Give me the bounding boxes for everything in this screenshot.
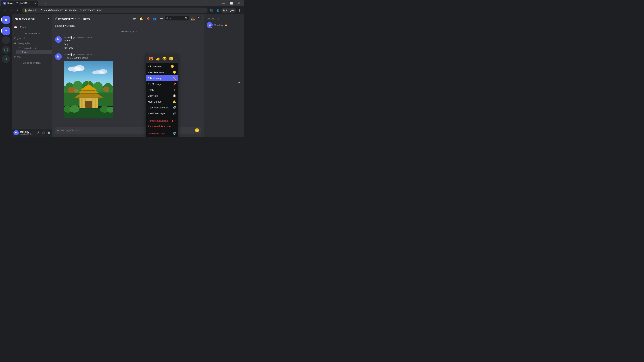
quick-emoji-3[interactable]: 😆 — [161, 56, 167, 62]
text-category-chevron-icon: ▾ — [14, 32, 14, 34]
ctx-remove-reactions[interactable]: Remove Reactions ▶ › — [146, 118, 178, 124]
channel-item-chat[interactable]: # chat — [13, 54, 52, 59]
events-item[interactable]: 📅 1 Event — [13, 24, 52, 30]
channel-name-chat: chat — [17, 56, 21, 58]
browser-toolbar: ← → ↻ 🔒 discord.com/channels/11823468517… — [0, 6, 244, 14]
active-tab[interactable]: D Discord | "Photos" | Moodjoy's s... ✕ — [1, 0, 38, 6]
more-button[interactable]: ••• — [158, 16, 164, 22]
user-avatar: M — [14, 130, 19, 135]
maximize-button[interactable]: ⬜ — [228, 0, 235, 6]
add-voice-channel-button[interactable]: + — [50, 61, 51, 64]
new-tab-button[interactable]: + — [39, 1, 44, 5]
ctx-mark-unread[interactable]: Mark Unread 🔔 — [146, 99, 178, 105]
help-button[interactable]: ? — [196, 16, 201, 20]
thread-item-1[interactable]: ⎇ This is a thread! — [16, 46, 52, 50]
quick-emoji-1[interactable]: 😍 — [148, 56, 154, 62]
offline-status-dot — [211, 26, 213, 28]
ctx-remove-all-reactions[interactable]: Remove All Reactions — [146, 124, 178, 129]
minimize-button[interactable]: — — [220, 0, 228, 6]
ctx-mark-unread-icon: 🔔 — [173, 100, 176, 103]
ctx-edit-message-icon: ✏️ — [173, 77, 176, 80]
close-button[interactable]: ✕ — [235, 0, 243, 6]
quick-emoji-2[interactable]: 👍 — [155, 56, 161, 62]
hash-breadcrumb-icon: # — [55, 17, 57, 21]
search-box[interactable]: 🔍 — [165, 16, 189, 20]
ctx-pin-message-icon: 📌 — [173, 82, 176, 86]
extension-button[interactable]: ⬛ — [209, 8, 214, 13]
pin-button[interactable]: 📌 — [145, 16, 151, 22]
context-menu-body: Add Reaction 😊 › View Reactions 🙂 Edit M… — [146, 63, 178, 137]
voice-category-chevron-icon: ▾ — [14, 62, 14, 64]
bell-button[interactable]: 🔔 — [138, 16, 144, 22]
incognito-label: Incognito — [226, 9, 234, 11]
members-button[interactable]: 👥 — [152, 16, 158, 22]
tab-overflow-button[interactable]: ⌄ — [44, 2, 46, 4]
server-icon-moodjoy[interactable]: M — [2, 27, 10, 35]
attach-button[interactable]: + — [57, 128, 59, 133]
ctx-pin-message-label: Pin Message — [148, 83, 172, 85]
menu-button[interactable]: ⋮ — [237, 8, 242, 13]
temple-image-svg — [64, 61, 113, 118]
context-menu: 😍 👍 😆 😑 Add Reaction 😊 › View Reactions … — [146, 54, 178, 137]
thread-name-photos: Photos — [22, 51, 28, 53]
ctx-pin-message[interactable]: Pin Message 📌 — [146, 81, 178, 87]
hash-icon-chat: # — [14, 55, 16, 59]
server-header[interactable]: Moodjoy's server ▼ — [12, 14, 52, 23]
message-image — [64, 61, 113, 118]
server-list: ◆ M + ⬇ — [0, 14, 12, 137]
member-item-moodjoy[interactable]: M Moodjoy 👑 — [205, 21, 243, 29]
started-by-text: Started by Moodjoy — [55, 23, 201, 28]
chat-area: # photography › Photos 🔔 � — [52, 14, 204, 137]
ctx-edit-message[interactable]: Edit Message ✏️ — [146, 75, 178, 81]
home-button[interactable]: ◆ — [2, 16, 10, 24]
message-author-1: Moodjoy — [64, 36, 75, 39]
ctx-speak[interactable]: Speak Message 🔊 — [146, 110, 178, 116]
emoji-button[interactable]: 🙂 — [195, 128, 199, 133]
profile-button[interactable]: 👤 — [215, 8, 220, 13]
refresh-button[interactable]: ↻ — [16, 8, 21, 13]
ctx-copy-link[interactable]: Copy Message Link 🔗 — [146, 105, 178, 110]
tab-title: Discord | "Photos" | Moodjoy's s... — [8, 2, 32, 4]
add-server-button[interactable]: + — [2, 36, 10, 44]
server-avatar-image: M — [2, 27, 10, 35]
channel-item-general[interactable]: # general — [13, 36, 52, 40]
ctx-copy-text[interactable]: Copy Text 📋 — [146, 93, 178, 99]
download-button[interactable]: ⬇ — [2, 55, 10, 63]
inbox-button[interactable]: 📥 — [190, 16, 196, 22]
thread-branch-icon: ⎇ — [18, 46, 20, 50]
svg-rect-24 — [81, 98, 82, 108]
svg-point-33 — [70, 105, 80, 113]
tab-close-button[interactable]: ✕ — [34, 2, 36, 4]
svg-rect-27 — [95, 98, 96, 108]
voice-channels-category[interactable]: ▾ VOICE CHANNELS + — [12, 61, 52, 65]
text-channels-category[interactable]: ▾ TEXT CHANNELS + — [12, 31, 52, 35]
back-button[interactable]: ← — [2, 8, 8, 13]
svg-rect-18 — [80, 93, 97, 94]
add-text-channel-button[interactable]: + — [50, 32, 51, 35]
quick-emoji-4[interactable]: 😑 — [168, 56, 174, 62]
mute-button[interactable]: 🎤 — [36, 130, 40, 135]
ctx-reply[interactable]: Reply ↩ — [146, 87, 178, 93]
forward-button[interactable]: → — [9, 8, 14, 13]
crown-icon: 👑 — [225, 24, 228, 26]
svg-rect-20 — [82, 90, 95, 91]
channel-name-general: general — [17, 37, 25, 39]
thread-item-photos[interactable]: ⎇ Photos — [16, 50, 52, 54]
message-timestamp-2: Today at 12:27 AM — [77, 54, 92, 56]
ctx-speak-icon: 🔊 — [173, 112, 176, 115]
deafen-button[interactable]: 🎧 — [41, 130, 46, 135]
message-group-1: M Moodjoy Today at 12:03 AM Photos hey t… — [55, 35, 201, 50]
search-input[interactable] — [166, 17, 184, 19]
channel-item-photography[interactable]: # photography — [13, 41, 52, 46]
chat-input-area: + 🙂 — [52, 127, 204, 137]
user-settings-button[interactable]: ⚙️ — [46, 130, 51, 135]
ctx-delete-message[interactable]: Delete Message 🗑️ — [146, 131, 178, 136]
address-bar[interactable]: 🔒 discord.com/channels/11823468517819843… — [22, 7, 208, 13]
ctx-view-reactions[interactable]: View Reactions 🙂 — [146, 69, 178, 75]
ctx-speak-label: Speak Message — [148, 112, 172, 115]
ctx-add-reaction[interactable]: Add Reaction 😊 › — [146, 63, 178, 69]
explore-servers-button[interactable] — [2, 45, 10, 54]
message-text-1a: Photos — [64, 39, 201, 42]
threads-button[interactable] — [132, 16, 138, 22]
search-icon: 🔍 — [185, 17, 188, 19]
